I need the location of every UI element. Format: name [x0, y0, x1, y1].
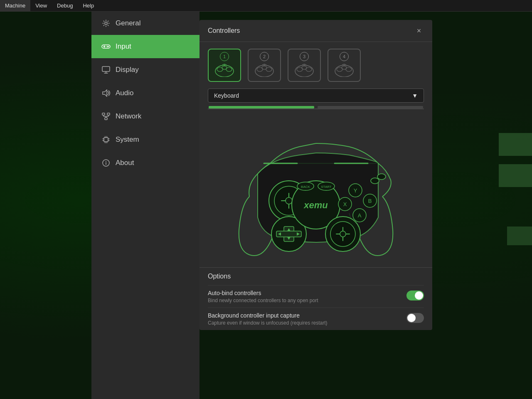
- option-autobind: Auto-bind controllers Bind newly connect…: [208, 285, 424, 308]
- svg-rect-12: [105, 118, 107, 120]
- controller-type-dropdown[interactable]: Keyboard ▼: [208, 89, 424, 103]
- option-autobind-label: Auto-bind controllers: [208, 290, 400, 296]
- sidebar-item-audio[interactable]: Audio: [91, 81, 200, 105]
- dialog-title: Controllers: [208, 27, 240, 34]
- sidebar-label-audio: Audio: [116, 89, 133, 97]
- sidebar-label-display: Display: [116, 66, 139, 74]
- chevron-down-icon: ▼: [412, 92, 418, 99]
- svg-rect-6: [102, 66, 110, 71]
- svg-point-0: [105, 22, 107, 25]
- option-bg-capture: Background controller input capture Capt…: [208, 308, 424, 330]
- svg-text:A: A: [358, 212, 362, 219]
- svg-line-35: [224, 64, 227, 65]
- sidebar-label-general: General: [116, 19, 140, 27]
- svg-line-48: [302, 64, 304, 65]
- toggle-knob-autobind: [415, 291, 423, 300]
- svg-line-55: [342, 64, 344, 65]
- options-title: Options: [208, 273, 424, 280]
- option-autobind-desc: Bind newly connected controllers to any …: [208, 298, 400, 303]
- option-bg-capture-desc: Capture even if window is unfocused (req…: [208, 320, 400, 326]
- svg-point-53: [342, 66, 347, 69]
- svg-point-28: [106, 161, 106, 162]
- svg-text:xemu: xemu: [303, 200, 328, 210]
- sidebar-item-input[interactable]: Input: [91, 35, 200, 58]
- speaker-icon: [101, 89, 111, 98]
- svg-text:B: B: [368, 198, 372, 204]
- svg-line-56: [344, 64, 346, 65]
- binding-tab-1[interactable]: [209, 106, 314, 108]
- svg-point-81: [340, 231, 346, 237]
- svg-point-91: [371, 178, 379, 184]
- option-bg-capture-text: Background controller input capture Capt…: [208, 312, 400, 326]
- controller-visualization: xemu BACK START Y B: [200, 109, 432, 267]
- network-icon: [101, 112, 111, 121]
- bg-capture-toggle[interactable]: [406, 313, 424, 323]
- sidebar-label-input: Input: [116, 42, 131, 51]
- svg-text:BACK: BACK: [301, 185, 310, 189]
- svg-point-63: [286, 197, 292, 204]
- svg-line-42: [264, 64, 266, 65]
- slot-number-3: 3: [300, 52, 309, 61]
- svg-line-41: [262, 64, 264, 65]
- gear-icon: [101, 19, 111, 28]
- svg-text:START: START: [321, 185, 332, 189]
- main-area: General Input: [0, 12, 532, 399]
- option-autobind-text: Auto-bind controllers Bind newly connect…: [208, 290, 400, 303]
- sidebar: General Input: [91, 12, 200, 399]
- sidebar-label-network: Network: [116, 112, 141, 121]
- controller-slot-2[interactable]: 2: [248, 49, 281, 82]
- menu-help[interactable]: Help: [78, 0, 99, 11]
- options-section: Options Auto-bind controllers Bind newly…: [200, 267, 432, 330]
- binding-tabs: [208, 106, 424, 109]
- svg-point-5: [108, 46, 109, 47]
- svg-line-34: [222, 64, 224, 65]
- binding-tab-2[interactable]: [318, 106, 423, 108]
- sidebar-item-network[interactable]: Network: [91, 105, 200, 128]
- sidebar-item-general[interactable]: General: [91, 12, 200, 35]
- slot-number-4: 4: [340, 52, 349, 61]
- menubar: Machine View Debug Help: [0, 0, 532, 12]
- slot-number-1: 1: [220, 52, 229, 61]
- sidebar-item-display[interactable]: Display: [91, 58, 200, 81]
- controller-slot-1[interactable]: 1: [208, 49, 241, 82]
- svg-text:Y: Y: [354, 187, 357, 194]
- sidebar-label-about: About: [116, 159, 134, 167]
- svg-text:X: X: [343, 201, 347, 207]
- monitor-icon: [101, 65, 111, 74]
- sidebar-item-system[interactable]: System: [91, 128, 200, 151]
- controller-slot-3[interactable]: 3: [288, 49, 321, 82]
- svg-point-46: [302, 66, 307, 69]
- menu-view[interactable]: View: [30, 0, 52, 11]
- autobind-toggle[interactable]: [406, 291, 424, 300]
- info-icon: [101, 158, 111, 167]
- slot-number-2: 2: [260, 52, 269, 61]
- menu-machine[interactable]: Machine: [0, 0, 30, 11]
- sidebar-item-about[interactable]: About: [91, 151, 200, 175]
- menu-debug[interactable]: Debug: [52, 0, 78, 11]
- chip-icon: [101, 135, 111, 144]
- close-button[interactable]: ×: [414, 26, 424, 36]
- controller-slots: 1 2: [200, 42, 432, 89]
- controllers-dialog: Controllers × 1 2: [200, 20, 432, 330]
- svg-rect-10: [102, 113, 105, 115]
- controller-slot-4[interactable]: 4: [328, 49, 361, 82]
- option-bg-capture-label: Background controller input capture: [208, 312, 400, 319]
- toggle-knob-bgcapture: [407, 314, 416, 322]
- dropdown-value: Keyboard: [214, 92, 239, 99]
- svg-point-90: [377, 174, 386, 180]
- dialog-header: Controllers ×: [200, 20, 432, 42]
- sidebar-label-system: System: [116, 135, 139, 144]
- controller-icon: [101, 42, 111, 51]
- svg-line-49: [304, 64, 306, 65]
- svg-rect-11: [107, 113, 110, 115]
- svg-rect-17: [104, 138, 108, 142]
- svg-marker-9: [103, 90, 107, 96]
- svg-point-39: [262, 66, 267, 69]
- svg-point-4: [107, 46, 108, 47]
